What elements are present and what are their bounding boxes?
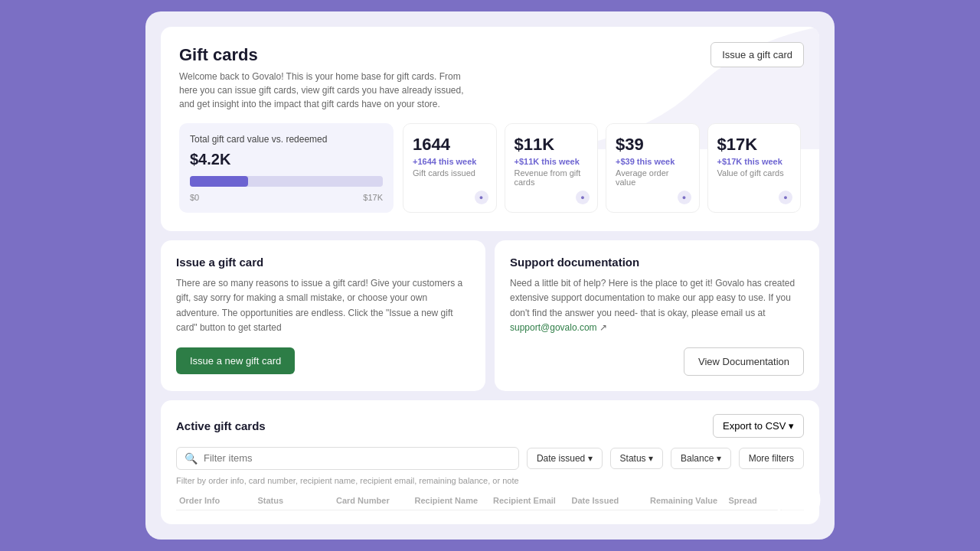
stat-change-2: +$39 this week [616,157,690,166]
support-title: Support documentation [510,256,804,269]
search-icon: 🔍 [185,452,198,465]
main-header-card: Gift cards Welcome back to Govalo! This … [161,27,819,231]
stat-number-2: $39 [616,135,690,155]
balance-filter[interactable]: Balance ▾ [671,448,731,469]
view-documentation-button[interactable]: View Documentation [684,347,804,376]
chart-bar-fill [190,176,248,187]
issue-card-text: There are so many reasons to issue a gif… [176,276,470,335]
stat-card-0: 1644 +1644 this week Gift cards issued ● [403,123,497,213]
filter-hint: Filter by order info, card number, recip… [176,476,804,485]
chart-bar-background [190,176,383,187]
col-order-info: Order info [176,496,255,505]
chart-panel: Total gift card value vs. redeemed $4.2K… [179,123,394,213]
stat-icon-2: ● [678,191,691,204]
stat-change-0: +1644 this week [413,157,487,166]
support-text: Need a little bit of help? Here is the p… [510,276,804,335]
stat-number-0: 1644 [413,135,487,155]
issue-card-section: Issue a gift card There are so many reas… [161,240,485,391]
govalo-logo [775,477,821,523]
stat-card-3: $17K +$17K this week Value of gift cards… [707,123,802,213]
support-section: Support documentation Need a little bit … [495,240,819,391]
stat-label-0: Gift cards issued [413,168,487,178]
stat-number-3: $17K [717,135,792,155]
logo-area [775,477,821,526]
stat-icon-3: ● [779,191,792,204]
stat-card-2: $39 +$39 this week Average order value ● [606,123,700,213]
col-status: Status [255,496,334,505]
stat-number-1: $11K [514,135,589,155]
stat-icon-0: ● [475,191,488,204]
stat-label-1: Revenue from gift cards [514,168,589,187]
more-filters-button[interactable]: More filters [739,448,804,469]
filter-row: 🔍 Date issued ▾ Status ▾ Balance ▾ More … [176,447,804,470]
stat-change-1: +$11K this week [514,157,589,166]
col-date-issued: Date issued [569,496,648,505]
issue-gift-card-button[interactable]: Issue a gift card [710,42,804,67]
col-card-number: Card number [333,496,412,505]
active-gift-cards-section: Active gift cards Export to CSV ▾ 🔍 Date… [161,400,819,524]
chart-min-label: $0 [190,193,199,202]
stat-change-3: +$17K this week [717,157,792,166]
stat-card-1: $11K +$11K this week Revenue from gift c… [505,123,599,213]
stat-icon-1: ● [576,191,590,204]
search-input[interactable] [204,452,511,464]
table-header: Order info Status Card number Recipient … [176,491,804,510]
chart-max-label: $17K [363,193,383,202]
col-remaining-value: Remaining Value [647,496,726,505]
col-recipient-name: Recipient name [412,496,491,505]
chart-labels: $0 $17K [190,193,383,202]
issue-card-title: Issue a gift card [176,256,470,269]
stat-label-3: Value of gift cards [717,168,792,178]
chart-title: Total gift card value vs. redeemed [190,134,383,145]
stat-label-2: Average order value [616,168,690,187]
search-box[interactable]: 🔍 [176,447,519,470]
export-csv-button[interactable]: Export to CSV ▾ [713,414,804,438]
issue-new-gift-card-button[interactable]: Issue a new gift card [176,347,295,374]
date-issued-filter[interactable]: Date issued ▾ [527,448,603,469]
page-title: Gift cards [179,45,801,65]
status-filter[interactable]: Status ▾ [610,448,663,469]
active-title: Active gift cards [176,419,266,432]
support-email-link[interactable]: support@govalo.com [510,322,597,333]
stat-cards-container: 1644 +1644 this week Gift cards issued ●… [403,123,801,213]
page-subtitle: Welcome back to Govalo! This is your hom… [179,70,470,111]
col-recipient-email: Recipient email [490,496,569,505]
chart-value: $4.2K [190,151,383,168]
